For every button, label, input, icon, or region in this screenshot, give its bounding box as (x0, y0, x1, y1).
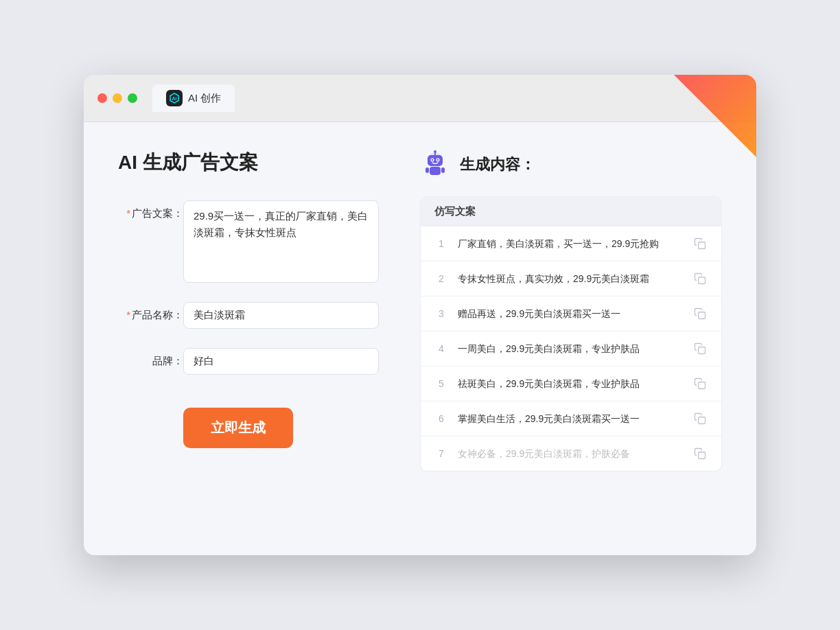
row-text: 一周美白，29.9元美白淡斑霜，专业护肤品 (458, 342, 683, 356)
form-row-product-name: *产品名称： (118, 302, 379, 329)
results-rows: 1厂家直销，美白淡斑霜，买一送一，29.9元抢购 2专抹女性斑点，真实功效，29… (421, 226, 721, 471)
row-text: 掌握美白生活，29.9元美白淡斑霜买一送一 (458, 412, 683, 426)
svg-rect-18 (699, 417, 705, 424)
row-number: 5 (434, 378, 448, 389)
svg-rect-3 (428, 155, 443, 166)
browser-tab[interactable]: AI AI 创作 (152, 84, 235, 112)
table-row: 1厂家直销，美白淡斑霜，买一送一，29.9元抢购 (421, 226, 721, 261)
title-bar: AI AI 创作 (84, 75, 756, 122)
product-name-input[interactable] (183, 302, 379, 329)
row-number: 1 (434, 238, 448, 249)
right-title: 生成内容： (460, 154, 535, 175)
right-panel: 生成内容： 仿写文案 1厂家直销，美白淡斑霜，买一送一，29.9元抢购 2专抹女… (420, 150, 722, 471)
table-row: 4一周美白，29.9元美白淡斑霜，专业护肤品 (421, 331, 721, 366)
close-button[interactable] (97, 93, 107, 103)
copy-icon[interactable] (692, 446, 708, 461)
tab-label: AI 创作 (188, 92, 221, 105)
row-number: 4 (434, 343, 448, 354)
results-table: 仿写文案 1厂家直销，美白淡斑霜，买一送一，29.9元抢购 2专抹女性斑点，真实… (420, 196, 722, 471)
row-number: 3 (434, 308, 448, 319)
required-star-2: * (126, 309, 130, 320)
form-row-brand: 品牌： (118, 348, 379, 375)
required-star-1: * (126, 207, 130, 219)
brand-input[interactable] (183, 348, 379, 375)
svg-rect-13 (699, 242, 705, 249)
copy-icon[interactable] (692, 306, 708, 321)
row-text: 女神必备，29.9元美白淡斑霜，护肤必备 (458, 447, 683, 461)
robot-icon (420, 150, 450, 180)
table-row: 5祛斑美白，29.9元美白淡斑霜，专业护肤品 (421, 366, 721, 401)
browser-window: AI AI 创作 AI 生成广告文案 *广告文案： 29.9买一送一，真正的厂家… (84, 75, 756, 555)
product-name-label: *产品名称： (118, 302, 183, 322)
svg-rect-16 (699, 347, 705, 354)
svg-rect-15 (699, 312, 705, 319)
svg-rect-17 (699, 382, 705, 389)
traffic-lights (97, 93, 137, 103)
row-number: 2 (434, 273, 448, 284)
svg-rect-12 (441, 167, 445, 173)
row-text: 赠品再送，29.9元美白淡斑霜买一送一 (458, 307, 683, 321)
generate-button[interactable]: 立即生成 (183, 408, 293, 448)
table-header: 仿写文案 (421, 197, 721, 226)
svg-point-7 (437, 159, 439, 161)
svg-rect-19 (699, 452, 705, 459)
svg-rect-10 (430, 167, 441, 175)
copy-icon[interactable] (692, 376, 708, 391)
minimize-button[interactable] (113, 93, 122, 103)
row-number: 6 (434, 413, 448, 424)
row-number: 7 (434, 448, 448, 459)
table-row: 7女神必备，29.9元美白淡斑霜，护肤必备 (421, 436, 721, 471)
svg-point-9 (434, 150, 436, 153)
svg-rect-14 (699, 277, 705, 284)
row-text: 专抹女性斑点，真实功效，29.9元美白淡斑霜 (458, 272, 683, 286)
table-row: 6掌握美白生活，29.9元美白淡斑霜买一送一 (421, 401, 721, 436)
svg-point-6 (432, 159, 433, 161)
svg-rect-11 (425, 167, 429, 173)
copy-icon[interactable] (692, 411, 708, 426)
main-content: AI 生成广告文案 *广告文案： 29.9买一送一，真正的厂家直销，美白淡斑霜，… (84, 122, 756, 499)
table-row: 3赠品再送，29.9元美白淡斑霜买一送一 (421, 296, 721, 331)
page-title: AI 生成广告文案 (118, 150, 379, 176)
ai-tab-icon: AI (166, 90, 183, 106)
maximize-button[interactable] (128, 93, 137, 103)
svg-text:AI: AI (172, 96, 177, 101)
right-header: 生成内容： (420, 150, 722, 180)
copy-icon[interactable] (692, 236, 708, 251)
row-text: 祛斑美白，29.9元美白淡斑霜，专业护肤品 (458, 377, 683, 391)
copy-icon[interactable] (692, 341, 708, 356)
ad-copy-textarea[interactable]: 29.9买一送一，真正的厂家直销，美白淡斑霜，专抹女性斑点 (183, 200, 379, 283)
copy-icon[interactable] (692, 271, 708, 286)
left-panel: AI 生成广告文案 *广告文案： 29.9买一送一，真正的厂家直销，美白淡斑霜，… (118, 150, 379, 471)
row-text: 厂家直销，美白淡斑霜，买一送一，29.9元抢购 (458, 237, 683, 251)
table-row: 2专抹女性斑点，真实功效，29.9元美白淡斑霜 (421, 261, 721, 296)
brand-label: 品牌： (118, 348, 183, 368)
ad-copy-label: *广告文案： (118, 200, 183, 220)
form-row-ad-copy: *广告文案： 29.9买一送一，真正的厂家直销，美白淡斑霜，专抹女性斑点 (118, 200, 379, 283)
